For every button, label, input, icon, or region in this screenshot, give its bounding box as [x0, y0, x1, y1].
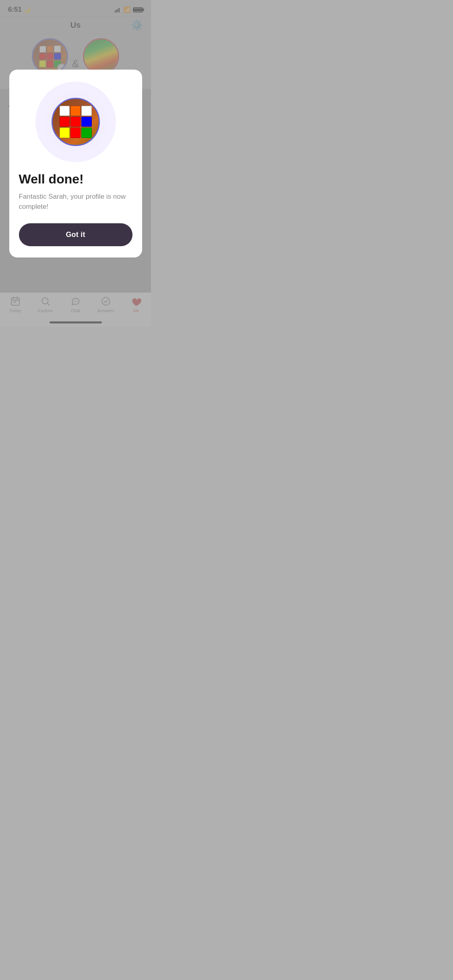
modal-title: Well done!	[19, 172, 132, 187]
modal-body: Fantastic Sarah, your profile is now com…	[19, 191, 132, 212]
got-it-button[interactable]: Got it	[19, 223, 132, 246]
modal-card: Well done! Fantastic Sarah, your profile…	[9, 70, 142, 257]
modal-avatar-container	[35, 82, 116, 162]
modal-overlay: Well done! Fantastic Sarah, your profile…	[0, 0, 151, 327]
modal-rubik-cube	[60, 106, 92, 138]
modal-avatar	[52, 98, 100, 146]
